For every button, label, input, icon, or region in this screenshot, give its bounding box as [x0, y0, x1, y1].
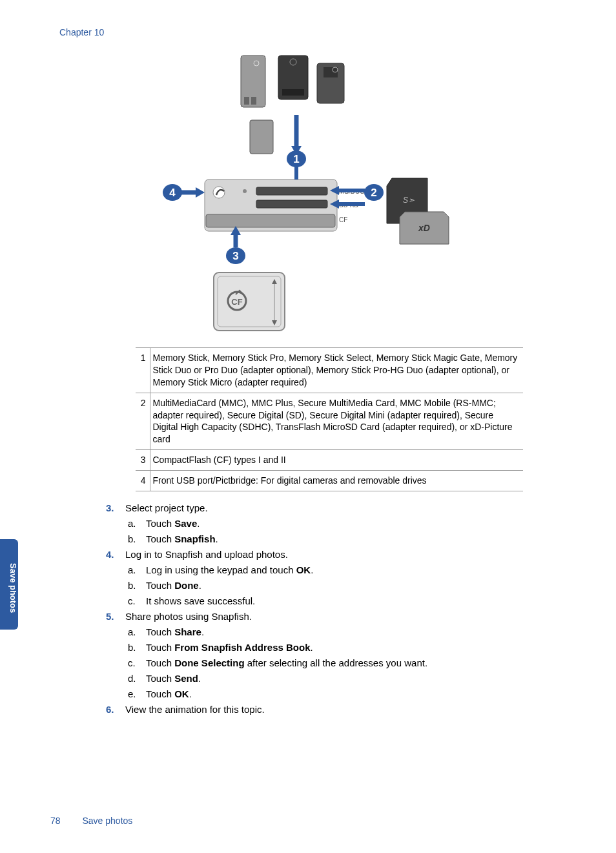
card-slot-diagram: 1 MS/DUO SD·XD CF 4	[59, 50, 557, 334]
footer-title: Save photos	[82, 816, 132, 826]
page-footer: 78 Save photos	[50, 816, 132, 826]
svg-text:CF: CF	[231, 297, 242, 307]
svg-rect-4	[250, 120, 273, 154]
substep-5d: d. Touch Send.	[125, 671, 557, 686]
svg-rect-7	[282, 89, 304, 96]
chapter-header: Chapter 10	[59, 27, 557, 37]
svg-rect-2	[251, 97, 256, 105]
svg-rect-1	[244, 97, 249, 105]
legend-num: 4	[136, 471, 150, 491]
substep-5a: a. Touch Share.	[125, 624, 557, 640]
svg-marker-22	[196, 187, 205, 198]
bubble-1-label: 1	[293, 153, 299, 165]
substep-4b: b. Touch Done.	[125, 578, 557, 593]
svg-point-15	[213, 187, 225, 198]
substep-5c: c. Touch Done Selecting after selecting …	[125, 655, 557, 671]
substep-5b: b. Touch From Snapfish Address Book.	[125, 640, 557, 655]
step-text: Log in to Snapfish and upload photos.	[125, 547, 557, 562]
slot-label-cf: CF	[339, 216, 347, 223]
step-number: 6.	[106, 702, 125, 717]
bubble-3-label: 3	[232, 250, 238, 262]
substep-5e: e. Touch OK.	[125, 686, 557, 702]
svg-rect-17	[256, 187, 327, 195]
svg-rect-18	[256, 200, 327, 208]
step-text: Share photos using Snapfish.	[125, 609, 557, 624]
legend-table: 1Memory Stick, Memory Stick Pro, Memory …	[136, 347, 523, 491]
legend-text: Front USB port/Pictbridge: For digital c…	[150, 471, 523, 491]
instruction-steps: 3. Select project type. a. Touch Save. b…	[106, 500, 557, 717]
substep-3b: b. Touch Snapfish.	[125, 531, 557, 547]
svg-rect-19	[206, 214, 335, 227]
svg-point-16	[243, 189, 247, 193]
step-text: Select project type.	[125, 500, 557, 516]
step-4: 4. Log in to Snapfish and upload photos.…	[106, 547, 557, 609]
page-number: 78	[50, 816, 61, 826]
legend-num: 2	[136, 393, 150, 450]
legend-text: MultiMediaCard (MMC), MMC Plus, Secure M…	[150, 393, 523, 450]
step-5: 5. Share photos using Snapfish. a. Touch…	[106, 609, 557, 702]
table-row: 2MultiMediaCard (MMC), MMC Plus, Secure …	[136, 393, 523, 450]
substep-4a: a. Log in using the keypad and touch OK.	[125, 562, 557, 578]
step-number: 4.	[106, 547, 125, 609]
legend-text: CompactFlash (CF) types I and II	[150, 450, 523, 471]
side-tab: Save photos	[0, 539, 18, 630]
bubble-4-label: 4	[169, 187, 176, 199]
step-6: 6. View the animation for this topic.	[106, 702, 557, 717]
step-number: 5.	[106, 609, 125, 702]
table-row: 1Memory Stick, Memory Stick Pro, Memory …	[136, 348, 523, 393]
legend-num: 3	[136, 450, 150, 471]
bubble-2-label: 2	[371, 187, 376, 199]
svg-text:S➣: S➣	[403, 196, 415, 205]
legend-num: 1	[136, 348, 150, 393]
step-number: 3.	[106, 500, 125, 547]
step-3: 3. Select project type. a. Touch Save. b…	[106, 500, 557, 547]
substep-4c: c. It shows save successful.	[125, 593, 557, 609]
table-row: 3CompactFlash (CF) types I and II	[136, 450, 523, 471]
step-text: View the animation for this topic.	[125, 702, 557, 717]
table-row: 4Front USB port/Pictbridge: For digital …	[136, 471, 523, 491]
svg-text:xD: xD	[418, 223, 430, 233]
legend-text: Memory Stick, Memory Stick Pro, Memory S…	[150, 348, 523, 393]
substep-3a: a. Touch Save.	[125, 516, 557, 531]
